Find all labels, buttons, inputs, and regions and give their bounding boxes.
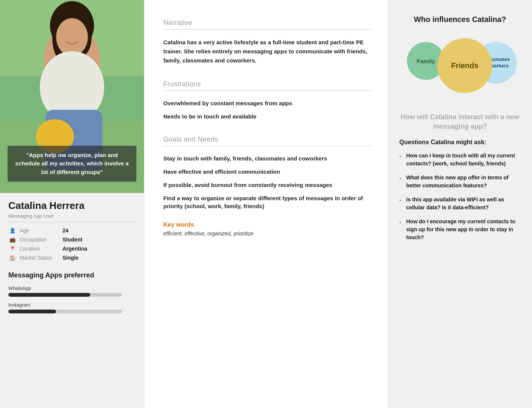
- narrative-divider: [163, 29, 372, 30]
- question-3: · Is this app available via WIFI as well…: [399, 196, 521, 212]
- instagram-label: Instagram: [8, 302, 136, 308]
- location-icon: 📍: [8, 246, 17, 252]
- detail-age: 👤 Age 24: [8, 227, 136, 234]
- bullet-1: ·: [399, 152, 402, 168]
- whatsapp-track: [8, 293, 122, 297]
- interaction-title: How will Catalina interact with a new me…: [399, 112, 521, 131]
- bullet-3: ·: [399, 196, 402, 212]
- goals-section: Goals and Needs Stay in touch with famil…: [163, 135, 372, 210]
- home-icon: 🏠: [8, 255, 17, 261]
- photo-quote: "Apps help me organize, plan and schedul…: [8, 146, 136, 182]
- whatsapp-label: WhatsApp: [8, 285, 136, 291]
- friends-circle: Friends: [437, 38, 492, 93]
- questions-list: · How can I keep in touch with all my cu…: [399, 152, 521, 241]
- frustrations-heading: Frustrations: [163, 80, 372, 88]
- circles-container: Family Friends Classmates Coworkers: [399, 34, 521, 99]
- marital-label: Marital Status: [20, 255, 59, 261]
- goals-heading: Goals and Needs: [163, 135, 372, 143]
- profile-details: 👤 Age 24 💼 Occupation Student 📍 Location…: [8, 227, 136, 261]
- narrative-section: Narrative Catalina has a very active lis…: [163, 19, 372, 65]
- occupation-label: Occupation: [20, 237, 59, 243]
- detail-occupation: 💼 Occupation Student: [8, 237, 136, 243]
- question-4: · How do I encourage my current contacts…: [399, 218, 521, 241]
- age-label: Age: [20, 227, 59, 234]
- bullet-2: ·: [399, 174, 402, 190]
- instagram-track: [8, 310, 122, 313]
- goal-3: If possible, avoid burnout from constant…: [163, 181, 372, 189]
- left-panel: "Apps help me organize, plan and schedul…: [0, 0, 144, 408]
- question-4-text: How do I encourage my current contacts t…: [406, 218, 521, 241]
- bullet-4: ·: [399, 218, 402, 241]
- frustration-1: Overwhlemed by constant messages from ap…: [163, 99, 372, 107]
- right-panel: Who influences Catalina? Family Friends …: [388, 0, 532, 408]
- question-2: · What does this new app offer in terms …: [399, 174, 521, 190]
- goal-1: Stay in touch with family, friends, clas…: [163, 154, 372, 162]
- messaging-section: Messaging Apps preferred WhatsApp Instag…: [0, 271, 144, 326]
- detail-location: 📍 Location Argentina: [8, 246, 136, 252]
- profile-role: Messaging App User: [8, 213, 136, 222]
- keywords-text: efficient, effective, organized, priorit…: [163, 230, 372, 237]
- goal-4: Find a way to organize or separate diffe…: [163, 194, 372, 210]
- person-icon: 👤: [8, 228, 17, 234]
- messaging-title: Messaging Apps preferred: [8, 271, 136, 279]
- age-value: 24: [63, 227, 69, 234]
- svg-point-8: [56, 18, 88, 56]
- frustration-2: Needs to be in touch and available: [163, 112, 372, 120]
- instagram-fill: [8, 310, 56, 313]
- profile-info: Catalina Herrera Messaging App User 👤 Ag…: [0, 193, 144, 271]
- profile-name: Catalina Herrera: [8, 200, 136, 212]
- frustrations-section: Frustrations Overwhlemed by constant mes…: [163, 80, 372, 120]
- narrative-heading: Narrative: [163, 19, 372, 27]
- whatsapp-bar-container: WhatsApp: [8, 285, 136, 297]
- question-2-text: What does this new app offer in terms of…: [406, 174, 521, 190]
- occupation-value: Student: [63, 237, 82, 243]
- questions-title: Questions Catalina might ask:: [399, 139, 521, 146]
- keywords-title: Key words: [163, 221, 372, 228]
- family-label: Family: [417, 58, 435, 64]
- question-1-text: How can I keep in touch with all my curr…: [406, 152, 521, 168]
- narrative-text: Catalina has a very active lisfestyle as…: [163, 38, 372, 65]
- instagram-bar-container: Instagram: [8, 302, 136, 313]
- middle-panel: Narrative Catalina has a very active lis…: [144, 0, 388, 408]
- location-label: Location: [20, 246, 59, 252]
- goals-divider: [163, 146, 372, 146]
- location-value: Argentina: [63, 246, 87, 252]
- profile-photo: "Apps help me organize, plan and schedul…: [0, 0, 144, 193]
- question-3-text: Is this app available via WIFI as well a…: [406, 196, 521, 212]
- goal-2: Have effective and efficient communicati…: [163, 168, 372, 176]
- friends-label: Friends: [451, 61, 478, 70]
- briefcase-icon: 💼: [8, 237, 17, 243]
- influences-title: Who influences Catalina?: [399, 15, 521, 24]
- keywords-section: Key words efficient, effective, organize…: [163, 221, 372, 237]
- frustrations-divider: [163, 90, 372, 91]
- whatsapp-fill: [8, 293, 90, 297]
- marital-value: Single: [63, 255, 78, 261]
- question-1: · How can I keep in touch with all my cu…: [399, 152, 521, 168]
- detail-marital: 🏠 Marital Status Single: [8, 255, 136, 261]
